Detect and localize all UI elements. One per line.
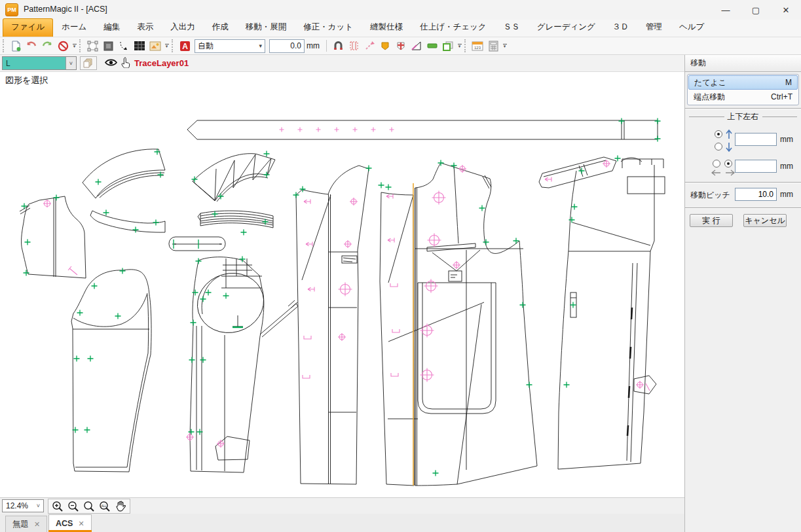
- tab-untitled[interactable]: 無題 ✕: [5, 516, 47, 532]
- pan-hand-icon: [116, 501, 126, 512]
- arrow-left-right-icon: [711, 169, 735, 176]
- snap-mode-select[interactable]: 自動 ▾: [195, 39, 265, 53]
- window-title: PatternMagic II - [ACS]: [24, 5, 107, 14]
- maximize-button[interactable]: ▢: [741, 0, 771, 20]
- pin-arrow-icon[interactable]: [362, 38, 377, 54]
- command-shortcut: M: [785, 78, 792, 87]
- menu-create[interactable]: 作成: [204, 18, 237, 37]
- magnet-snap-icon[interactable]: [330, 38, 346, 54]
- menu-home[interactable]: ホーム: [53, 18, 95, 37]
- set-square-icon[interactable]: [409, 38, 424, 54]
- pattern-piece-collar-band[interactable]: [90, 211, 165, 232]
- vertical-unit-label: mm: [780, 135, 793, 144]
- tab-acs[interactable]: ACS ✕: [48, 514, 92, 532]
- menu-modify-cut[interactable]: 修正・カット: [295, 18, 362, 37]
- toolbar-overflow-icon[interactable]: ▾: [501, 39, 508, 52]
- command-tateyoko[interactable]: たてよこ M: [688, 75, 798, 90]
- tab-close-icon[interactable]: ✕: [34, 520, 40, 529]
- menu-finish-check[interactable]: 仕上げ・チェック: [411, 18, 494, 37]
- menu-sewing-spec[interactable]: 縫製仕様: [362, 18, 411, 37]
- menu-move-expand[interactable]: 移動・展開: [237, 18, 295, 37]
- pattern-piece-collar-top[interactable]: [83, 149, 165, 198]
- pattern-piece-sleeve-left[interactable]: [71, 270, 151, 472]
- fill-region-icon[interactable]: [100, 38, 116, 54]
- toolbar-overflow-icon[interactable]: ▾: [71, 39, 78, 52]
- pattern-piece-jacket-back[interactable]: [539, 157, 665, 469]
- document-tab-bar: 無題 ✕ ACS ✕: [0, 514, 684, 532]
- pattern-piece-bodice[interactable]: [20, 196, 86, 278]
- toolbar-grip[interactable]: [3, 39, 7, 52]
- menu-file[interactable]: ファイル: [3, 18, 53, 37]
- pattern-piece-collar-zigzag[interactable]: [193, 154, 275, 202]
- pattern-piece-front-facing[interactable]: [380, 192, 414, 486]
- radio-move-left[interactable]: [713, 160, 720, 168]
- pattern-piece-sleeve-middle[interactable]: [190, 257, 298, 472]
- numeric-window-icon[interactable]: 123: [470, 38, 485, 54]
- toolbar-overflow-icon[interactable]: ▾: [163, 39, 170, 52]
- zoom-out-button[interactable]: [65, 499, 81, 513]
- pattern-piece-belt[interactable]: [187, 120, 658, 139]
- marks-pink: [43, 128, 650, 448]
- image-icon[interactable]: [147, 38, 163, 54]
- radio-move-up[interactable]: [715, 130, 722, 138]
- menu-help[interactable]: ヘルプ: [671, 18, 713, 37]
- close-button[interactable]: ✕: [771, 0, 801, 20]
- menu-ss[interactable]: ＳＳ: [495, 18, 529, 37]
- new-document-icon[interactable]: [8, 38, 24, 54]
- pattern-canvas[interactable]: 図形を選択: [0, 72, 684, 497]
- active-layer-name[interactable]: TraceLayer01: [134, 58, 189, 68]
- pattern-drawing[interactable]: [0, 72, 684, 497]
- radio-move-down[interactable]: [715, 143, 722, 151]
- pattern-piece-front-panel[interactable]: [296, 166, 369, 484]
- zoom-level-select[interactable]: 12.4% ˅: [2, 499, 44, 512]
- zoom-window-button[interactable]: [81, 499, 97, 513]
- cancel-button[interactable]: キャンセル: [743, 214, 787, 227]
- green-bar-icon[interactable]: [424, 38, 440, 54]
- command-endpoint-move[interactable]: 端点移動 Ctrl+T: [688, 90, 798, 104]
- calculator-icon[interactable]: [485, 38, 501, 54]
- vertical-distance-input[interactable]: [735, 133, 777, 146]
- text-annotation-icon[interactable]: A: [177, 38, 193, 54]
- menu-3d[interactable]: ３Ｄ: [604, 18, 637, 37]
- toolbar-grip[interactable]: [172, 39, 176, 52]
- toolbar-grip[interactable]: [79, 39, 83, 52]
- layer-pick-toggle[interactable]: [121, 57, 130, 71]
- svg-text:123: 123: [474, 46, 481, 50]
- menu-edit[interactable]: 編集: [95, 18, 128, 37]
- toolbar-grip[interactable]: [464, 39, 468, 52]
- layer-squares-icon[interactable]: [440, 38, 456, 54]
- measure-curve-icon[interactable]: [116, 38, 132, 54]
- toolbar-overflow-icon[interactable]: ▾: [456, 39, 463, 52]
- layer-stack-button[interactable]: [80, 56, 97, 70]
- minimize-button[interactable]: —: [711, 0, 741, 20]
- undo-icon[interactable]: [24, 38, 39, 54]
- select-region-icon[interactable]: [84, 38, 100, 54]
- radio-move-right[interactable]: [724, 160, 732, 168]
- offset-unit-label: mm: [307, 41, 320, 50]
- guide-lines-icon[interactable]: [346, 38, 362, 54]
- cancel-command-icon[interactable]: [55, 38, 71, 54]
- shield-red-icon[interactable]: [393, 38, 409, 54]
- layer-visibility-toggle[interactable]: [105, 58, 117, 69]
- pattern-piece-pleated-band[interactable]: [198, 211, 273, 228]
- zoom-in-icon: [52, 501, 64, 512]
- pattern-piece-tab[interactable]: [169, 237, 225, 251]
- execute-button[interactable]: 実 行: [690, 214, 733, 227]
- zoom-in-button[interactable]: [50, 499, 65, 513]
- shield-orange-icon[interactable]: [377, 38, 393, 54]
- menu-io[interactable]: 入出力: [162, 18, 204, 37]
- zoom-all-button[interactable]: ALL: [97, 499, 113, 513]
- menu-view[interactable]: 表示: [128, 18, 162, 37]
- grid-table-icon[interactable]: [132, 38, 147, 54]
- pattern-piece-jacket-front[interactable]: [388, 163, 537, 486]
- horizontal-distance-input[interactable]: [735, 160, 777, 173]
- offset-value-input[interactable]: [269, 39, 305, 53]
- redo-icon[interactable]: [39, 38, 55, 54]
- pattern-pieces[interactable]: [20, 120, 665, 486]
- tab-close-icon[interactable]: ✕: [78, 520, 84, 528]
- pan-button[interactable]: [113, 499, 128, 513]
- layer-selector[interactable]: L ˅: [2, 56, 77, 70]
- pitch-input[interactable]: [735, 188, 777, 201]
- menu-admin[interactable]: 管理: [637, 18, 671, 37]
- menu-grading[interactable]: グレーディング: [529, 18, 604, 37]
